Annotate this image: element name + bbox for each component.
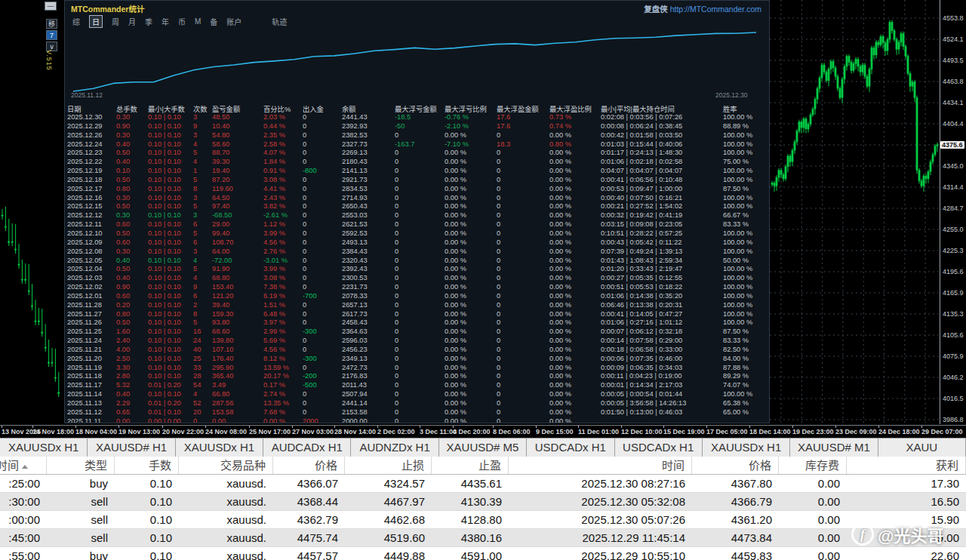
ea-button-2[interactable]: 7 bbox=[46, 30, 57, 40]
menu-item-11[interactable]: 轨迹 bbox=[272, 16, 287, 27]
price-scale[interactable]: 4553.84524.14493.54463.84434.14404.44375… bbox=[940, 0, 966, 424]
stats-row-2025.11.26[interactable]: 2025.11.260.500.10 | 0.10593.803.97 %024… bbox=[67, 318, 768, 328]
stats-row-2025.12.01[interactable]: 2025.12.010.600.10 | 0.106121.206.19 %-7… bbox=[67, 292, 768, 301]
stats-row-2025.12.03[interactable]: 2025.12.030.400.10 | 0.10468.803.08 %023… bbox=[67, 274, 768, 283]
price-tick-label: 4345.0 bbox=[943, 162, 964, 170]
stats-row-2025.12.29[interactable]: 2025.12.290.900.10 | 0.10910.400.44 %023… bbox=[67, 122, 768, 131]
stats-row-2025.11.13[interactable]: 2025.11.132.290.01 | 0.2052287.5613.35 %… bbox=[67, 399, 768, 408]
menu-item-5[interactable]: 季 bbox=[145, 16, 152, 27]
chart-tab-1[interactable]: XAUUSDx H1 bbox=[0, 438, 88, 457]
stats-row-2025.12.12[interactable]: 2025.12.120.300.10 | 0.103-68.50-2.61 %0… bbox=[67, 211, 768, 220]
timeline-label: 19 Nov 13:00 bbox=[118, 428, 160, 435]
stats-col-header-12: 最大浮盈比例 bbox=[549, 103, 601, 114]
menu-item-9[interactable]: 备 bbox=[210, 16, 217, 27]
menu-item-6[interactable]: 年 bbox=[162, 16, 169, 27]
price-tick-label: 4135.3 bbox=[943, 310, 964, 318]
stats-row-2025.11.19[interactable]: 2025.11.193.300.10 | 0.1033295.9013.59 %… bbox=[67, 364, 768, 373]
stats-row-2025.11.21[interactable]: 2025.11.214.000.10 | 0.1040107.104.56 %0… bbox=[67, 346, 768, 355]
trade-col-header-1[interactable]: 时间 bbox=[0, 457, 47, 474]
stats-panel-brand: 复盘侠 http://MTCommander.com bbox=[644, 3, 761, 14]
menu-item-10[interactable]: 账户 bbox=[226, 16, 242, 27]
trade-col-header-2: 类型 bbox=[47, 457, 115, 474]
stats-row-2025.12.08[interactable]: 2025.12.080.300.10 | 0.10364.002.76 %023… bbox=[67, 248, 768, 257]
brand-url-link[interactable]: http://MTCommander.com bbox=[670, 5, 761, 14]
stats-col-header-14: 胜率 bbox=[723, 103, 768, 114]
trade-row-1[interactable]: :25:00buy0.10xauusd.4366.074324.574435.6… bbox=[0, 475, 966, 493]
trade-row-4[interactable]: :45:00sell0.10xauusd.4475.744519.604380.… bbox=[0, 529, 966, 547]
stats-row-2025.12.15[interactable]: 2025.12.150.500.10 | 0.10597.403.82 %026… bbox=[67, 202, 768, 211]
stats-col-header-1: 日期 bbox=[67, 103, 116, 114]
stats-row-2025.12.16[interactable]: 2025.12.160.300.10 | 0.10364.502.43 %027… bbox=[67, 194, 768, 203]
menu-item-1[interactable]: 综 bbox=[72, 16, 80, 27]
timeline-label: 14 Nov 18:00 bbox=[32, 428, 74, 435]
watermark-handle: @光头哥 bbox=[878, 522, 943, 546]
panel-minimize-button[interactable]: — bbox=[45, 2, 57, 11]
menu-item-3[interactable]: 周 bbox=[112, 16, 119, 27]
stats-row-2025.11.24[interactable]: 2025.11.242.400.10 | 0.1024139.805.69 %0… bbox=[67, 337, 768, 346]
stats-row-2025.12.10[interactable]: 2025.12.100.500.10 | 0.10599.403.99 %025… bbox=[67, 229, 768, 238]
equity-curve-chart[interactable] bbox=[67, 28, 768, 100]
stats-row-2025.12.22[interactable]: 2025.12.220.400.10 | 0.10439.301.84 %021… bbox=[67, 158, 768, 167]
stats-row-2025.12.26[interactable]: 2025.12.260.300.10 | 0.10354.802.35 %023… bbox=[67, 131, 768, 140]
stats-row-2025.12.18[interactable]: 2025.12.180.500.10 | 0.10587.203.08 %029… bbox=[67, 176, 768, 185]
stats-row-2025.11.27[interactable]: 2025.11.270.800.10 | 0.108159.306.48 %02… bbox=[67, 310, 768, 319]
stats-row-2025.11.18[interactable]: 2025.11.182.800.10 | 0.1028365.4020.17 %… bbox=[67, 372, 768, 381]
price-tick-label: 4075.9 bbox=[943, 352, 964, 360]
trade-row-2[interactable]: :30:00sell0.10xauusd.4368.444467.974130.… bbox=[0, 493, 966, 511]
timeline-label: 19 Dec 23:00 bbox=[792, 428, 834, 435]
stats-row-2025.11.25[interactable]: 2025.11.251.600.10 | 0.101668.602.99 %-3… bbox=[67, 328, 768, 337]
stats-row-2025.11.11[interactable]: 2025.11.110.000.00 | 0.0000.000.00 %2000… bbox=[67, 417, 768, 423]
stats-row-2025.11.20[interactable]: 2025.11.202.500.10 | 0.1025176.408.12 %-… bbox=[67, 355, 768, 364]
stats-table-header: 日期总手数最小|大手数次数盈亏金额百分比%出入金余额最大浮亏金额最大浮亏比例最大… bbox=[67, 103, 768, 114]
stats-col-header-2: 总手数 bbox=[116, 103, 148, 114]
stats-row-2025.12.19[interactable]: 2025.12.190.100.10 | 0.10119.400.91 %-80… bbox=[67, 167, 768, 176]
stats-row-2025.11.14[interactable]: 2025.11.140.400.10 | 0.10466.802.74 %025… bbox=[67, 390, 768, 399]
stats-row-2025.12.04[interactable]: 2025.12.040.500.10 | 0.10591.903.99 %023… bbox=[67, 265, 768, 274]
menu-item-8[interactable]: M bbox=[195, 17, 201, 26]
timeline-label: 24 Nov 08:00 bbox=[205, 428, 247, 435]
sort-icon bbox=[22, 465, 28, 469]
stats-row-2025.12.30[interactable]: 2025.12.300.300.10 | 0.10348.502.03 %024… bbox=[67, 113, 768, 122]
stats-row-2025.11.12[interactable]: 2025.11.120.650.01 | 0.1020153.587.68 %0… bbox=[67, 408, 768, 417]
menu-item-4[interactable]: 月 bbox=[128, 16, 136, 27]
stats-col-header-3: 最小|大手数 bbox=[148, 103, 193, 114]
stats-row-2025.12.24[interactable]: 2025.12.240.400.10 | 0.10458.602.58 %023… bbox=[67, 140, 768, 149]
chart-tab-10[interactable]: XAUUSD# M1 bbox=[790, 438, 878, 457]
stats-row-2025.12.09[interactable]: 2025.12.090.600.10 | 0.106108.704.56 %02… bbox=[67, 238, 768, 248]
chart-tab-8[interactable]: USDCADx H1 bbox=[615, 438, 703, 457]
stats-col-header-5: 盈亏金额 bbox=[212, 103, 263, 114]
stats-col-header-11: 最大浮盈金额 bbox=[497, 103, 549, 114]
price-tick-label: 4165.9 bbox=[943, 289, 964, 297]
brand-name: 复盘侠 bbox=[644, 5, 668, 14]
stats-panel-menu: 综日周月季年币M备账户轨迹 bbox=[72, 15, 296, 28]
timeline-label: 11 Dec 01:00 bbox=[578, 428, 619, 435]
stats-row-2025.12.11[interactable]: 2025.12.110.600.10 | 0.10629.001.12 %026… bbox=[67, 220, 768, 229]
price-tick-label: 4195.6 bbox=[943, 268, 964, 275]
stats-row-2025.12.17[interactable]: 2025.12.170.800.10 | 0.108119.604.41 %02… bbox=[67, 185, 768, 194]
stats-row-2025.12.23[interactable]: 2025.12.230.500.10 | 0.10588.704.07 %022… bbox=[67, 149, 768, 158]
chart-tab-2[interactable]: XAUUSD# H1 bbox=[88, 438, 175, 457]
stats-row-2025.11.28[interactable]: 2025.11.280.200.10 | 0.10239.401.51 %026… bbox=[67, 301, 768, 310]
chart-tab-4[interactable]: AUDCADx H1 bbox=[263, 438, 351, 457]
menu-item-2[interactable]: 日 bbox=[89, 15, 103, 28]
stats-row-2025.12.02[interactable]: 2025.12.020.900.10 | 0.109153.407.38 %02… bbox=[67, 283, 768, 292]
trade-row-5[interactable]: :55:00buy0.10xauusd.4457.574449.884591.0… bbox=[0, 547, 966, 560]
chart-tab-11[interactable]: XAUU bbox=[878, 438, 966, 457]
stats-row-2025.11.17[interactable]: 2025.11.175.320.01 | 0.20543.490.17 %-50… bbox=[67, 381, 768, 390]
chart-tab-3[interactable]: XAUUSDx H1 bbox=[176, 438, 263, 457]
stats-panel-titlebar[interactable]: MTCommander统计 复盘侠 http://MTCommander.com bbox=[65, 1, 769, 14]
price-tick-label: 3986.8 bbox=[943, 416, 964, 423]
timeline-label: 4 Dec 20:00 bbox=[453, 428, 491, 435]
chart-tab-6[interactable]: XAUUSD# M5 bbox=[439, 438, 527, 457]
trade-row-3[interactable]: :00:00sell0.10xauusd.4362.794462.684128.… bbox=[0, 511, 966, 529]
chart-tab-5[interactable]: AUDNZDx H1 bbox=[351, 438, 438, 457]
chart-tab-9[interactable]: XAUUSDx H1 bbox=[703, 438, 790, 457]
background-chart-left-strip[interactable] bbox=[0, 0, 64, 424]
chart-tab-7[interactable]: USDCADx H1 bbox=[527, 438, 614, 457]
menu-item-7[interactable]: 币 bbox=[178, 16, 186, 27]
ea-button-1[interactable]: 移 bbox=[46, 19, 57, 29]
candlestick-chart[interactable] bbox=[770, 0, 940, 424]
chart-timeline[interactable]: 13 Nov 202514 Nov 18:0018 Nov 04:0019 No… bbox=[0, 425, 966, 438]
stats-row-2025.12.05[interactable]: 2025.12.050.400.10 | 0.104-72.00-3.01 %0… bbox=[67, 257, 768, 266]
watermark: f @光头哥 bbox=[851, 522, 943, 546]
